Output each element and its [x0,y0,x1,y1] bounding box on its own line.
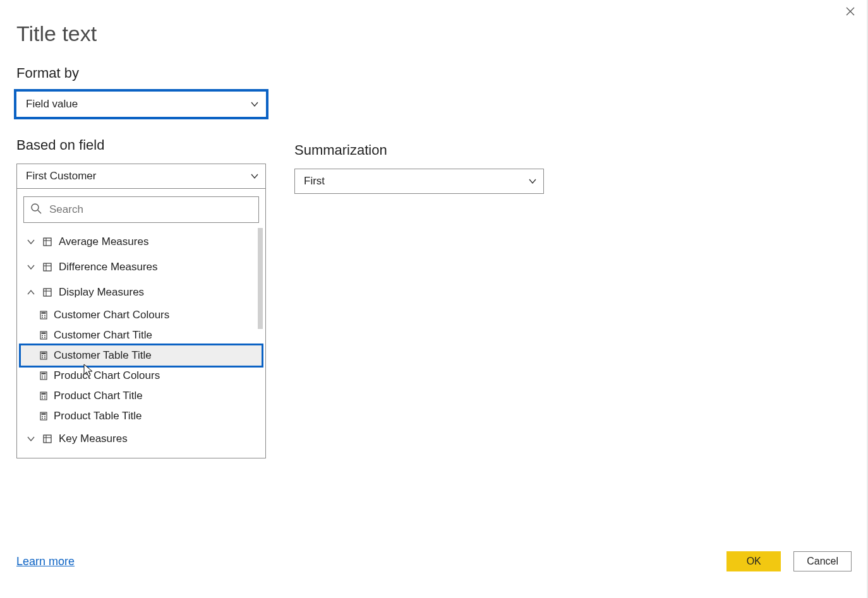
tree-item-label: Customer Chart Colours [54,309,169,321]
svg-point-39 [44,418,45,419]
field-tree: Average Measures Difference Measures Dis… [21,229,262,451]
svg-rect-5 [42,313,46,314]
svg-point-20 [42,357,43,359]
close-button[interactable] [841,4,859,21]
calculator-icon [39,371,49,381]
calculator-icon [39,411,49,421]
tree-item-label: Product Chart Title [54,390,143,402]
svg-point-32 [42,398,43,399]
based-on-field-value: First Customer [26,170,96,182]
svg-point-37 [44,416,45,417]
field-search[interactable] [23,196,259,223]
tree-group-label: Difference Measures [59,261,158,273]
format-by-section: Format by Field value [16,65,852,117]
chevron-down-icon [528,177,537,186]
svg-point-18 [42,356,43,357]
tree-item-customer-chart-title[interactable]: Customer Chart Title [21,325,262,345]
svg-rect-1 [44,238,51,246]
calculator-icon [39,391,49,401]
chevron-down-icon [26,263,36,271]
svg-point-14 [42,337,43,338]
chevron-down-icon [26,435,36,443]
tree-item-label: Customer Table Title [54,349,152,362]
tree-group-display-measures[interactable]: Display Measures [21,280,262,305]
svg-point-12 [42,335,43,337]
svg-rect-23 [42,373,46,374]
svg-point-33 [44,398,45,399]
based-on-field-select[interactable]: First Customer [16,164,266,189]
svg-rect-2 [44,263,51,271]
svg-point-36 [42,416,43,417]
dialog-footer: Learn more OK Cancel [16,551,852,571]
calculator-icon [39,350,49,361]
chevron-down-icon [250,100,259,109]
tree-item-product-chart-colours[interactable]: Product Chart Colours [21,366,262,386]
search-icon [30,203,42,217]
svg-rect-3 [44,289,51,296]
chevron-down-icon [250,172,259,181]
svg-point-9 [44,317,45,318]
table-icon [42,287,52,297]
format-by-value: Field value [26,98,78,111]
svg-point-38 [42,418,43,419]
svg-point-19 [44,356,45,357]
chevron-down-icon [26,238,36,246]
chevron-up-icon [26,289,36,296]
svg-point-21 [44,357,45,359]
field-picker-panel: Average Measures Difference Measures Dis… [16,188,266,458]
cancel-button[interactable]: Cancel [793,551,852,571]
svg-point-30 [42,396,43,397]
table-icon [42,262,52,272]
tree-item-customer-chart-colours[interactable]: Customer Chart Colours [21,305,262,325]
learn-more-link[interactable]: Learn more [16,555,75,568]
format-by-label: Format by [16,65,852,81]
summarization-label: Summarization [294,142,547,158]
svg-rect-40 [44,435,51,443]
field-search-input[interactable] [48,203,252,217]
svg-point-25 [44,376,45,377]
dialog-title: Title text [16,21,852,46]
table-icon [42,237,52,247]
tree-group-label: Key Measures [59,433,128,445]
svg-point-15 [44,337,45,338]
svg-point-26 [42,378,43,379]
svg-point-6 [42,315,43,316]
format-by-select[interactable]: Field value [16,92,266,117]
svg-point-0 [32,204,39,211]
summarization-select[interactable]: First [294,169,544,194]
summarization-section: Summarization First [294,142,547,458]
summarization-value: First [304,175,325,188]
svg-point-13 [44,335,45,337]
close-icon [846,7,855,18]
svg-rect-17 [42,353,46,354]
svg-point-31 [44,396,45,397]
svg-rect-11 [42,333,46,334]
based-on-field-section: Based on field First Customer [16,137,269,458]
calculator-icon [39,330,49,340]
tree-item-product-table-title[interactable]: Product Table Title [21,406,262,426]
based-on-field-label: Based on field [16,137,269,153]
title-text-dialog: Title text Format by Field value Based o… [0,0,868,598]
svg-rect-35 [42,414,46,415]
tree-group-label: Display Measures [59,286,144,299]
tree-item-customer-table-title[interactable]: Customer Table Title [21,345,262,366]
tree-group-label: Average Measures [59,236,148,248]
svg-point-8 [42,317,43,318]
tree-group-average-measures[interactable]: Average Measures [21,229,262,254]
table-icon [42,434,52,444]
tree-item-product-chart-title[interactable]: Product Chart Title [21,386,262,406]
tree-item-label: Customer Chart Title [54,329,152,342]
svg-point-24 [42,376,43,377]
ok-button[interactable]: OK [726,551,781,571]
tree-item-label: Product Table Title [54,410,142,422]
tree-group-difference-measures[interactable]: Difference Measures [21,254,262,280]
tree-item-label: Product Chart Colours [54,369,160,382]
scrollbar-thumb[interactable] [258,228,263,329]
svg-point-27 [44,378,45,379]
svg-point-7 [44,315,45,316]
tree-group-key-measures[interactable]: Key Measures [21,426,262,451]
calculator-icon [39,310,49,320]
svg-rect-29 [42,393,46,395]
